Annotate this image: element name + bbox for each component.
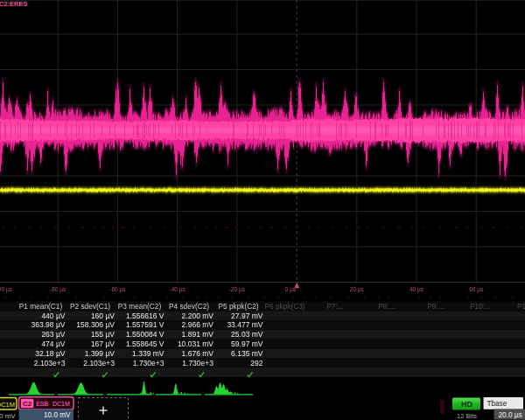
svg-text:1.730e+3: 1.730e+3 (133, 359, 164, 368)
svg-text:P1 mean(C1): P1 mean(C1) (19, 302, 63, 311)
svg-text:1.557591 V: 1.557591 V (126, 320, 164, 329)
svg-text:32.18 µV: 32.18 µV (35, 349, 66, 358)
svg-text:263 µV: 263 µV (41, 330, 65, 339)
svg-text:Tbase: Tbase (487, 400, 508, 408)
svg-text:P6 pkpk(C3): P6 pkpk(C3) (264, 302, 304, 311)
svg-text:1.550084 V: 1.550084 V (126, 330, 164, 339)
svg-text:12 Bits: 12 Bits (457, 412, 477, 420)
svg-text:P9:...: P9:... (427, 302, 444, 311)
svg-text:P5 pkpk(C2): P5 pkpk(C2) (218, 302, 258, 311)
svg-text:C2: C2 (23, 400, 32, 408)
svg-text:P8:...: P8:... (378, 302, 395, 311)
svg-text:10.0 mV: 10.0 mV (44, 411, 71, 419)
svg-text:-20 µs: -20 µs (229, 286, 246, 293)
svg-text:P7:...: P7:... (326, 302, 343, 311)
svg-text:-80 µs: -80 µs (50, 286, 66, 293)
svg-text:1.399 µV: 1.399 µV (85, 349, 116, 358)
svg-text:59.97 mV: 59.97 mV (231, 340, 263, 348)
svg-text:155 µV: 155 µV (91, 330, 115, 339)
svg-text:2.200 mV: 2.200 mV (182, 312, 214, 320)
svg-text:2.103e+3: 2.103e+3 (83, 359, 115, 368)
svg-text:160 µV: 160 µV (91, 312, 115, 320)
svg-text:167 µV: 167 µV (91, 340, 115, 348)
svg-text:1.339 mV: 1.339 mV (132, 349, 164, 358)
svg-text:2.103e+3: 2.103e+3 (34, 359, 66, 368)
svg-text:10.031 mV: 10.031 mV (178, 340, 214, 348)
svg-text:P1: P1 (517, 302, 525, 311)
svg-text:1.730e+3: 1.730e+3 (182, 359, 214, 368)
svg-text:33.477 mV: 33.477 mV (227, 320, 262, 329)
svg-text:-40 µs: -40 µs (169, 286, 186, 293)
svg-text:ESB: ESB (36, 401, 48, 407)
svg-text:1.556616 V: 1.556616 V (126, 312, 164, 320)
svg-text:-60 µs: -60 µs (109, 286, 126, 293)
svg-text:60 µs: 60 µs (469, 286, 484, 293)
svg-text:DC1M: DC1M (0, 401, 15, 409)
svg-text:158.306 µV: 158.306 µV (76, 320, 115, 329)
svg-text:P4 sdev(C2): P4 sdev(C2) (169, 302, 209, 311)
svg-text:HD: HD (461, 400, 472, 409)
svg-text:-100 µs: -100 µs (0, 286, 13, 293)
svg-text:1.558645 V: 1.558645 V (126, 340, 164, 348)
svg-text:C2:ERES: C2:ERES (0, 0, 28, 8)
svg-text:P3 mean(C2): P3 mean(C2) (118, 302, 162, 311)
svg-text:P10:...: P10:... (470, 302, 491, 311)
svg-text:1.676 mV: 1.676 mV (182, 349, 214, 358)
svg-text:363.98 µV: 363.98 µV (32, 320, 66, 329)
svg-text:474 µV: 474 µV (41, 340, 65, 348)
svg-text:20 µs: 20 µs (350, 286, 365, 293)
svg-text:0 mV: 0 mV (0, 412, 16, 420)
svg-text:1.891 mV: 1.891 mV (182, 330, 214, 339)
svg-text:2.966 mV: 2.966 mV (182, 320, 214, 329)
svg-text:25.03 mV: 25.03 mV (231, 330, 263, 339)
svg-text:27.97 mV: 27.97 mV (231, 312, 263, 320)
svg-text:292: 292 (250, 359, 262, 368)
svg-text:P2 sdev(C1): P2 sdev(C1) (70, 302, 110, 311)
svg-text:DC1M: DC1M (52, 401, 70, 407)
svg-text:440 µV: 440 µV (41, 312, 65, 320)
svg-text:20.0 µs: 20.0 µs (499, 411, 522, 419)
svg-text:6.135 mV: 6.135 mV (231, 349, 263, 358)
svg-text:40 µs: 40 µs (410, 286, 424, 293)
